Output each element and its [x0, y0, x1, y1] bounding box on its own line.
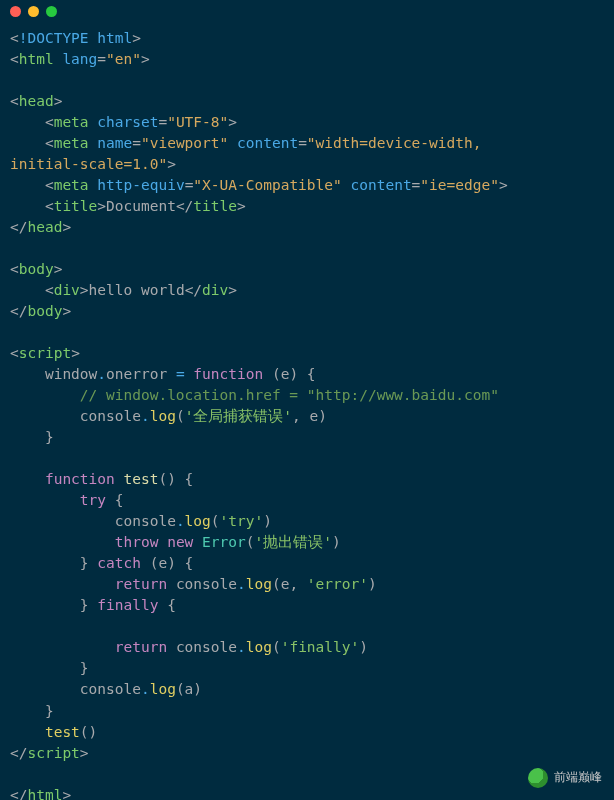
code-line: [10, 238, 604, 259]
code-line: </script>: [10, 743, 604, 764]
code-line: initial-scale=1.0">: [10, 154, 604, 175]
code-line: function test() {: [10, 469, 604, 490]
code-line: } catch (e) {: [10, 553, 604, 574]
window-titlebar: [0, 0, 614, 22]
code-line: <!DOCTYPE html>: [10, 28, 604, 49]
code-line: </head>: [10, 217, 604, 238]
code-line: test(): [10, 722, 604, 743]
code-line: [10, 616, 604, 637]
code-line: </body>: [10, 301, 604, 322]
code-line: <title>Document</title>: [10, 196, 604, 217]
code-line: window.onerror = function (e) {: [10, 364, 604, 385]
code-line: <meta charset="UTF-8">: [10, 112, 604, 133]
code-line: return console.log(e, 'error'): [10, 574, 604, 595]
code-line: try {: [10, 490, 604, 511]
close-icon[interactable]: [10, 6, 21, 17]
code-line: <script>: [10, 343, 604, 364]
code-line: <meta name="viewport" content="width=dev…: [10, 133, 604, 154]
code-block: <!DOCTYPE html><html lang="en"> <head> <…: [0, 22, 614, 800]
watermark-label: 前端巅峰: [554, 769, 602, 786]
code-line: <body>: [10, 259, 604, 280]
code-line: console.log('try'): [10, 511, 604, 532]
code-line: [10, 764, 604, 785]
wechat-icon: [528, 768, 548, 788]
code-line: console.log('全局捕获错误', e): [10, 406, 604, 427]
code-line: <meta http-equiv="X-UA-Compatible" conte…: [10, 175, 604, 196]
code-line: console.log(a): [10, 679, 604, 700]
maximize-icon[interactable]: [46, 6, 57, 17]
code-line: }: [10, 658, 604, 679]
code-line: throw new Error('抛出错误'): [10, 532, 604, 553]
code-line: [10, 70, 604, 91]
code-line: </html>: [10, 785, 604, 800]
code-line: [10, 322, 604, 343]
code-line: }: [10, 701, 604, 722]
code-line: return console.log('finally'): [10, 637, 604, 658]
code-line: <head>: [10, 91, 604, 112]
code-line: } finally {: [10, 595, 604, 616]
watermark: 前端巅峰: [528, 768, 602, 788]
code-line: }: [10, 427, 604, 448]
code-line: // window.location.href = "http://www.ba…: [10, 385, 604, 406]
code-line: <div>hello world</div>: [10, 280, 604, 301]
code-line: [10, 448, 604, 469]
code-line: <html lang="en">: [10, 49, 604, 70]
minimize-icon[interactable]: [28, 6, 39, 17]
